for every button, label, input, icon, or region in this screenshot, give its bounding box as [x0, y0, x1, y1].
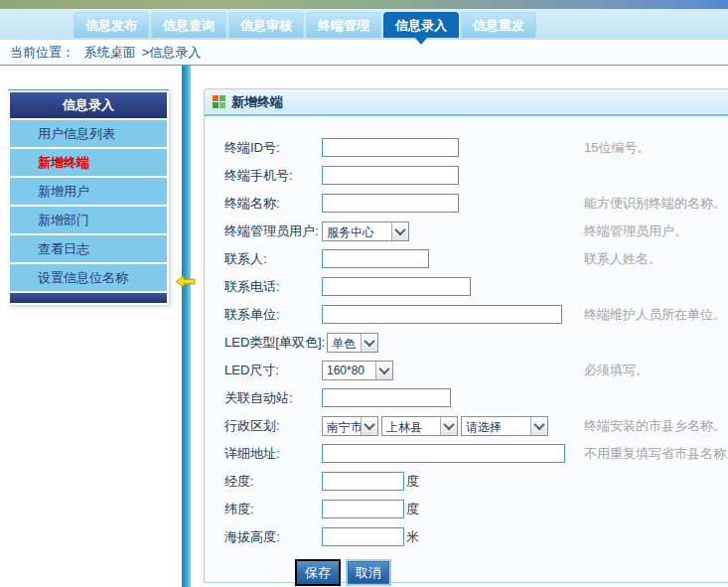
- contact-phone-label: 联系电话:: [224, 278, 322, 296]
- form-row-address: 详细地址:不用重复填写省市县名称。: [224, 444, 728, 463]
- form-row-terminal-id: 终端ID号:15位编号。: [224, 138, 728, 157]
- new-terminal-form: 终端ID号:15位编号。终端手机号:终端名称:能方便识别终端的名称。终端管理员用…: [205, 116, 728, 586]
- longitude-label: 经度:: [224, 473, 322, 491]
- admin-region-select-1[interactable]: 南宁市: [322, 416, 378, 436]
- led-type-select[interactable]: 单色: [327, 333, 378, 353]
- tab-信息重发[interactable]: 信息重发: [461, 12, 536, 38]
- terminal-phone-input[interactable]: [322, 166, 459, 185]
- latitude-input[interactable]: [322, 500, 404, 518]
- led-size-hint: 必须填写。: [584, 362, 649, 379]
- admin-region-label: 行政区划:: [224, 417, 322, 435]
- form-row-admin-region: 行政区划:南宁市上林县请选择终端安装的市县乡名称。: [224, 416, 728, 435]
- contact-unit-input[interactable]: [322, 305, 562, 324]
- sidebar-item-6[interactable]: 设置信息位名称: [10, 262, 167, 291]
- sidebar-item-4[interactable]: 新增部门: [10, 205, 167, 233]
- latitude-label: 纬度:: [224, 501, 322, 518]
- form-row-admin-user: 终端管理员用户:服务中心终端管理员用户。: [224, 221, 728, 240]
- form-row-altitude: 海拔高度:米: [224, 527, 728, 546]
- terminal-phone-label: 终端手机号:: [224, 167, 322, 185]
- chevron-down-icon: [361, 334, 377, 352]
- tab-终端管理[interactable]: 终端管理: [306, 12, 381, 38]
- auto-station-label: 关联自动站:: [224, 389, 322, 407]
- terminal-id-hint: 15位编号。: [584, 139, 650, 157]
- collapse-sidebar-arrow-icon[interactable]: [175, 274, 196, 292]
- panel-title: 新增终端: [231, 93, 283, 111]
- contact-unit-label: 联系单位:: [224, 306, 322, 324]
- led-size-select[interactable]: 160*80: [322, 361, 393, 380]
- sidebar-item-1[interactable]: 用户信息列表: [10, 118, 167, 147]
- breadcrumb-prefix: 当前位置：: [10, 45, 74, 60]
- led-type-label: LED类型[单双色]:: [224, 334, 327, 352]
- admin-user-label: 终端管理员用户:: [224, 222, 322, 240]
- latitude-unit-label: 度: [406, 501, 419, 518]
- contact-person-label: 联系人:: [224, 250, 322, 268]
- main-tab-bar: 信息发布信息查询信息审核终端管理信息录入信息重发: [0, 9, 728, 40]
- form-row-contact-person: 联系人:联系人姓名。: [224, 249, 728, 268]
- chevron-down-icon: [530, 417, 547, 435]
- sidebar-item-2[interactable]: 新增终端: [10, 147, 167, 176]
- terminal-name-input[interactable]: [322, 194, 459, 213]
- led-size-label: LED尺寸:: [224, 362, 322, 379]
- chevron-down-icon: [361, 417, 377, 435]
- form-row-led-type: LED类型[单双色]:单色: [224, 333, 728, 352]
- address-hint: 不用重复填写省市县名称。: [584, 445, 728, 463]
- auto-station-input[interactable]: [322, 388, 451, 407]
- sidebar-item-3[interactable]: 新增用户: [10, 176, 167, 205]
- form-row-latitude: 纬度:度: [224, 500, 728, 518]
- contact-phone-input[interactable]: [322, 277, 471, 296]
- page: 信息发布信息查询信息审核终端管理信息录入信息重发 当前位置： 系统桌面>信息录入…: [0, 0, 728, 587]
- panel-header: 新增终端: [205, 89, 728, 116]
- altitude-input[interactable]: [322, 527, 404, 546]
- terminal-id-input[interactable]: [322, 138, 459, 157]
- save-button[interactable]: 保存: [295, 559, 341, 586]
- admin-region-select-value: 请选择: [462, 417, 530, 435]
- longitude-unit-label: 度: [406, 473, 419, 491]
- admin-region-hint: 终端安装的市县乡名称。: [584, 417, 726, 435]
- cancel-button[interactable]: 取消: [346, 559, 391, 586]
- left-pane: 信息录入 用户信息列表新增终端新增用户新增部门查看日志设置信息位名称: [0, 66, 182, 587]
- form-row-terminal-name: 终端名称:能方便识别终端的名称。: [224, 194, 728, 213]
- sidebar-menu: 信息录入 用户信息列表新增终端新增用户新增部门查看日志设置信息位名称: [8, 89, 169, 305]
- terminal-id-label: 终端ID号:: [224, 139, 322, 157]
- admin-region-select-3[interactable]: 请选择: [461, 416, 548, 436]
- contact-unit-hint: 终端维护人员所在单位。: [584, 306, 726, 324]
- form-row-terminal-phone: 终端手机号:: [224, 166, 728, 185]
- tab-信息发布[interactable]: 信息发布: [73, 12, 149, 38]
- admin-region-select-value: 上林县: [382, 417, 440, 435]
- form-buttons: 保存取消: [295, 559, 728, 586]
- form-row-contact-unit: 联系单位:终端维护人员所在单位。: [224, 305, 728, 324]
- chevron-down-icon: [440, 417, 457, 435]
- admin-user-hint: 终端管理员用户。: [584, 222, 687, 240]
- breadcrumb-home-link[interactable]: 系统桌面: [84, 45, 136, 60]
- header-banner-image: [0, 0, 728, 9]
- modules-icon: [213, 95, 225, 108]
- chevron-down-icon: [375, 362, 392, 379]
- address-input[interactable]: [322, 444, 565, 463]
- form-row-longitude: 经度:度: [224, 472, 728, 491]
- terminal-name-hint: 能方便识别终端的名称。: [584, 195, 726, 213]
- form-row-contact-phone: 联系电话:: [224, 277, 728, 296]
- sidebar-footer-bar: [10, 291, 167, 303]
- admin-user-select[interactable]: 服务中心: [322, 221, 409, 241]
- admin-region-select-value: 南宁市: [323, 417, 361, 435]
- admin-region-select-2[interactable]: 上林县: [381, 416, 458, 436]
- breadcrumb: 当前位置： 系统桌面>信息录入: [0, 40, 728, 66]
- new-terminal-panel: 新增终端 终端ID号:15位编号。终端手机号:终端名称:能方便识别终端的名称。终…: [204, 88, 728, 583]
- chevron-down-icon: [391, 222, 408, 240]
- tab-信息录入[interactable]: 信息录入: [383, 12, 459, 38]
- form-row-auto-station: 关联自动站:: [224, 388, 728, 407]
- tab-信息审核[interactable]: 信息审核: [228, 12, 304, 38]
- breadcrumb-current: 信息录入: [149, 45, 201, 60]
- altitude-label: 海拔高度:: [224, 528, 322, 546]
- pane-splitter[interactable]: [182, 66, 191, 587]
- tab-信息查询[interactable]: 信息查询: [151, 12, 226, 38]
- led-size-select-value: 160*80: [323, 362, 375, 379]
- main-pane: 新增终端 终端ID号:15位编号。终端手机号:终端名称:能方便识别终端的名称。终…: [191, 66, 728, 587]
- led-type-select-value: 单色: [328, 334, 361, 352]
- longitude-input[interactable]: [322, 472, 404, 491]
- contact-person-input[interactable]: [322, 249, 429, 268]
- altitude-unit-label: 米: [406, 528, 419, 546]
- content-area: 信息录入 用户信息列表新增终端新增用户新增部门查看日志设置信息位名称 新增终端 …: [0, 66, 728, 587]
- contact-person-hint: 联系人姓名。: [584, 250, 661, 268]
- sidebar-item-5[interactable]: 查看日志: [10, 233, 167, 262]
